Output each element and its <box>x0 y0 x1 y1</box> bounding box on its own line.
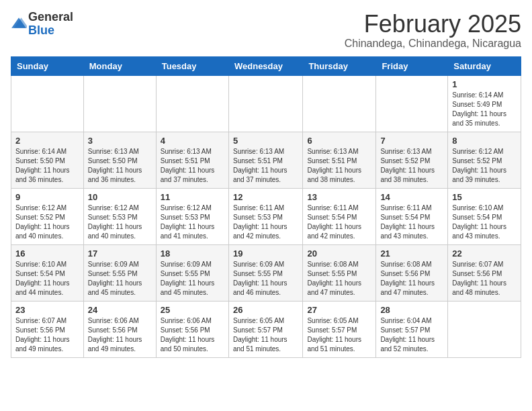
day-info: Sunrise: 6:08 AM Sunset: 5:56 PM Dayligh… <box>380 260 443 298</box>
calendar-day-cell: 20Sunrise: 6:08 AM Sunset: 5:55 PM Dayli… <box>303 244 376 301</box>
day-info: Sunrise: 6:11 AM Sunset: 5:54 PM Dayligh… <box>307 203 371 241</box>
day-number: 4 <box>161 136 224 146</box>
day-number: 15 <box>452 192 517 202</box>
calendar-day-header: Thursday <box>303 56 376 75</box>
month-title: February 2025 <box>345 11 521 38</box>
day-number: 17 <box>88 248 152 259</box>
calendar-header-row: SundayMondayTuesdayWednesdayThursdayFrid… <box>11 56 521 75</box>
calendar-day-cell: 17Sunrise: 6:09 AM Sunset: 5:55 PM Dayli… <box>83 244 156 301</box>
day-info: Sunrise: 6:05 AM Sunset: 5:57 PM Dayligh… <box>307 316 371 354</box>
day-info: Sunrise: 6:08 AM Sunset: 5:55 PM Dayligh… <box>307 260 371 298</box>
day-number: 8 <box>452 136 517 146</box>
day-number: 9 <box>15 192 79 202</box>
calendar-day-cell: 7Sunrise: 6:13 AM Sunset: 5:52 PM Daylig… <box>376 132 448 188</box>
day-info: Sunrise: 6:12 AM Sunset: 5:53 PM Dayligh… <box>161 203 224 241</box>
calendar-day-cell: 6Sunrise: 6:13 AM Sunset: 5:51 PM Daylig… <box>303 132 376 188</box>
day-number: 19 <box>233 248 298 259</box>
calendar-day-cell: 4Sunrise: 6:13 AM Sunset: 5:51 PM Daylig… <box>156 132 228 188</box>
calendar-day-cell: 1Sunrise: 6:14 AM Sunset: 5:49 PM Daylig… <box>448 75 521 132</box>
day-info: Sunrise: 6:12 AM Sunset: 5:52 PM Dayligh… <box>452 147 517 185</box>
day-number: 14 <box>380 192 443 202</box>
calendar-week-row: 2Sunrise: 6:14 AM Sunset: 5:50 PM Daylig… <box>11 132 521 188</box>
day-number: 13 <box>307 192 371 202</box>
calendar-day-header: Wednesday <box>228 56 302 75</box>
day-number: 27 <box>307 305 371 315</box>
calendar-day-cell: 21Sunrise: 6:08 AM Sunset: 5:56 PM Dayli… <box>376 244 448 301</box>
day-number: 5 <box>233 136 298 146</box>
calendar-table: SundayMondayTuesdayWednesdayThursdayFrid… <box>11 56 521 358</box>
day-info: Sunrise: 6:13 AM Sunset: 5:50 PM Dayligh… <box>88 147 152 185</box>
day-info: Sunrise: 6:07 AM Sunset: 5:56 PM Dayligh… <box>452 260 517 298</box>
calendar-week-row: 1Sunrise: 6:14 AM Sunset: 5:49 PM Daylig… <box>11 75 521 132</box>
day-number: 24 <box>88 305 152 315</box>
day-info: Sunrise: 6:05 AM Sunset: 5:57 PM Dayligh… <box>233 316 298 354</box>
day-number: 16 <box>15 248 79 259</box>
day-number: 25 <box>161 305 224 315</box>
calendar-day-cell: 12Sunrise: 6:11 AM Sunset: 5:53 PM Dayli… <box>228 188 302 244</box>
day-info: Sunrise: 6:14 AM Sunset: 5:50 PM Dayligh… <box>15 147 79 185</box>
calendar-day-cell: 8Sunrise: 6:12 AM Sunset: 5:52 PM Daylig… <box>448 132 521 188</box>
calendar-day-cell <box>11 75 84 132</box>
calendar-day-header: Saturday <box>448 56 521 75</box>
day-number: 3 <box>88 136 152 146</box>
calendar-day-cell: 14Sunrise: 6:11 AM Sunset: 5:54 PM Dayli… <box>376 188 448 244</box>
day-info: Sunrise: 6:10 AM Sunset: 5:54 PM Dayligh… <box>15 260 79 298</box>
calendar-day-cell: 24Sunrise: 6:06 AM Sunset: 5:56 PM Dayli… <box>83 301 156 357</box>
location-title: Chinandega, Chinandega, Nicaragua <box>345 38 521 50</box>
calendar-day-cell <box>83 75 156 132</box>
calendar-week-row: 23Sunrise: 6:07 AM Sunset: 5:56 PM Dayli… <box>11 301 521 357</box>
calendar-day-cell <box>448 301 521 357</box>
calendar-day-cell: 23Sunrise: 6:07 AM Sunset: 5:56 PM Dayli… <box>11 301 84 357</box>
calendar-day-cell: 26Sunrise: 6:05 AM Sunset: 5:57 PM Dayli… <box>228 301 302 357</box>
calendar-day-cell: 28Sunrise: 6:04 AM Sunset: 5:57 PM Dayli… <box>376 301 448 357</box>
calendar-day-cell: 19Sunrise: 6:09 AM Sunset: 5:55 PM Dayli… <box>228 244 302 301</box>
calendar-day-cell: 15Sunrise: 6:10 AM Sunset: 5:54 PM Dayli… <box>448 188 521 244</box>
day-info: Sunrise: 6:09 AM Sunset: 5:55 PM Dayligh… <box>161 260 224 298</box>
calendar-day-cell: 9Sunrise: 6:12 AM Sunset: 5:52 PM Daylig… <box>11 188 84 244</box>
day-info: Sunrise: 6:09 AM Sunset: 5:55 PM Dayligh… <box>88 260 152 298</box>
calendar-day-cell: 13Sunrise: 6:11 AM Sunset: 5:54 PM Dayli… <box>303 188 376 244</box>
calendar-day-cell: 2Sunrise: 6:14 AM Sunset: 5:50 PM Daylig… <box>11 132 84 188</box>
day-info: Sunrise: 6:13 AM Sunset: 5:51 PM Dayligh… <box>233 147 298 185</box>
calendar-day-cell: 5Sunrise: 6:13 AM Sunset: 5:51 PM Daylig… <box>228 132 302 188</box>
day-number: 7 <box>380 136 443 146</box>
day-number: 20 <box>307 248 371 259</box>
day-number: 18 <box>161 248 224 259</box>
calendar-day-cell: 18Sunrise: 6:09 AM Sunset: 5:55 PM Dayli… <box>156 244 228 301</box>
calendar-day-cell <box>376 75 448 132</box>
day-number: 10 <box>88 192 152 202</box>
calendar-day-cell: 27Sunrise: 6:05 AM Sunset: 5:57 PM Dayli… <box>303 301 376 357</box>
calendar-week-row: 9Sunrise: 6:12 AM Sunset: 5:52 PM Daylig… <box>11 188 521 244</box>
calendar-day-header: Tuesday <box>156 56 228 75</box>
calendar-day-cell: 11Sunrise: 6:12 AM Sunset: 5:53 PM Dayli… <box>156 188 228 244</box>
day-info: Sunrise: 6:06 AM Sunset: 5:56 PM Dayligh… <box>161 316 224 354</box>
calendar-day-cell: 10Sunrise: 6:12 AM Sunset: 5:53 PM Dayli… <box>83 188 156 244</box>
calendar-day-cell <box>303 75 376 132</box>
day-number: 12 <box>233 192 298 202</box>
day-info: Sunrise: 6:13 AM Sunset: 5:51 PM Dayligh… <box>161 147 224 185</box>
logo-general-text: General <box>28 10 73 24</box>
day-number: 21 <box>380 248 443 259</box>
calendar-day-cell: 16Sunrise: 6:10 AM Sunset: 5:54 PM Dayli… <box>11 244 84 301</box>
day-info: Sunrise: 6:10 AM Sunset: 5:54 PM Dayligh… <box>452 203 517 241</box>
calendar-day-header: Friday <box>376 56 448 75</box>
day-number: 2 <box>15 136 79 146</box>
day-info: Sunrise: 6:06 AM Sunset: 5:56 PM Dayligh… <box>88 316 152 354</box>
logo: General Blue <box>11 11 73 38</box>
day-info: Sunrise: 6:07 AM Sunset: 5:56 PM Dayligh… <box>15 316 79 354</box>
day-number: 26 <box>233 305 298 315</box>
day-info: Sunrise: 6:12 AM Sunset: 5:52 PM Dayligh… <box>15 203 79 241</box>
calendar-day-header: Sunday <box>11 56 84 75</box>
calendar-week-row: 16Sunrise: 6:10 AM Sunset: 5:54 PM Dayli… <box>11 244 521 301</box>
calendar-day-header: Monday <box>83 56 156 75</box>
day-number: 1 <box>452 79 517 89</box>
day-number: 11 <box>161 192 224 202</box>
logo-icon <box>11 15 27 31</box>
day-info: Sunrise: 6:11 AM Sunset: 5:54 PM Dayligh… <box>380 203 443 241</box>
day-info: Sunrise: 6:13 AM Sunset: 5:51 PM Dayligh… <box>307 147 371 185</box>
page-header: General Blue February 2025 Chinandega, C… <box>11 11 521 50</box>
title-block: February 2025 Chinandega, Chinandega, Ni… <box>345 11 521 50</box>
day-info: Sunrise: 6:04 AM Sunset: 5:57 PM Dayligh… <box>380 316 443 354</box>
calendar-day-cell: 25Sunrise: 6:06 AM Sunset: 5:56 PM Dayli… <box>156 301 228 357</box>
day-number: 22 <box>452 248 517 259</box>
